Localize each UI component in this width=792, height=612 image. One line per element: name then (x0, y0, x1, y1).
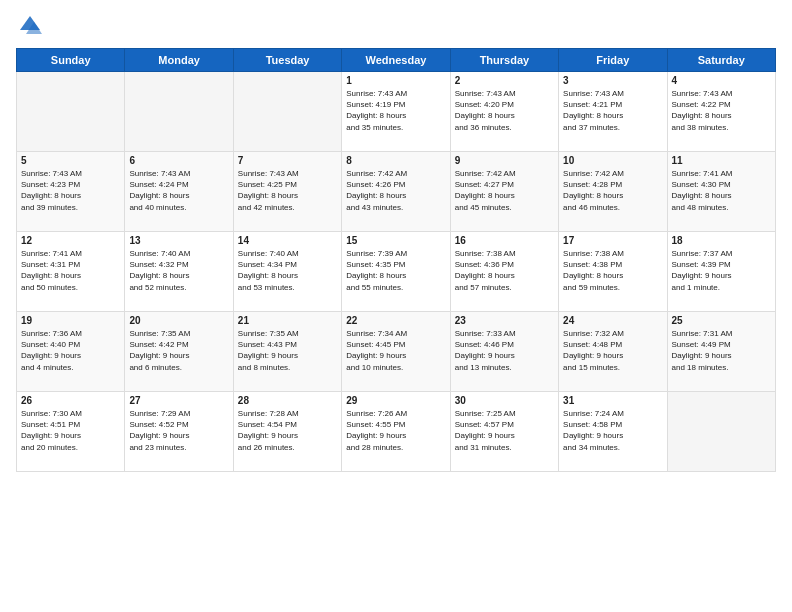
week-row-1: 1Sunrise: 7:43 AM Sunset: 4:19 PM Daylig… (17, 72, 776, 152)
day-header-tuesday: Tuesday (233, 49, 341, 72)
day-header-wednesday: Wednesday (342, 49, 450, 72)
cell-info: Sunrise: 7:33 AM Sunset: 4:46 PM Dayligh… (455, 328, 554, 373)
day-number: 8 (346, 155, 445, 166)
day-number: 13 (129, 235, 228, 246)
calendar-cell: 14Sunrise: 7:40 AM Sunset: 4:34 PM Dayli… (233, 232, 341, 312)
cell-info: Sunrise: 7:32 AM Sunset: 4:48 PM Dayligh… (563, 328, 662, 373)
cell-info: Sunrise: 7:25 AM Sunset: 4:57 PM Dayligh… (455, 408, 554, 453)
calendar-cell: 10Sunrise: 7:42 AM Sunset: 4:28 PM Dayli… (559, 152, 667, 232)
cell-info: Sunrise: 7:37 AM Sunset: 4:39 PM Dayligh… (672, 248, 771, 293)
day-number: 9 (455, 155, 554, 166)
week-row-5: 26Sunrise: 7:30 AM Sunset: 4:51 PM Dayli… (17, 392, 776, 472)
calendar-cell: 15Sunrise: 7:39 AM Sunset: 4:35 PM Dayli… (342, 232, 450, 312)
cell-info: Sunrise: 7:43 AM Sunset: 4:22 PM Dayligh… (672, 88, 771, 133)
day-number: 11 (672, 155, 771, 166)
calendar-cell: 20Sunrise: 7:35 AM Sunset: 4:42 PM Dayli… (125, 312, 233, 392)
day-number: 12 (21, 235, 120, 246)
calendar-cell: 6Sunrise: 7:43 AM Sunset: 4:24 PM Daylig… (125, 152, 233, 232)
calendar-page: SundayMondayTuesdayWednesdayThursdayFrid… (0, 0, 792, 612)
day-number: 24 (563, 315, 662, 326)
calendar-cell: 4Sunrise: 7:43 AM Sunset: 4:22 PM Daylig… (667, 72, 775, 152)
day-header-sunday: Sunday (17, 49, 125, 72)
day-number: 27 (129, 395, 228, 406)
calendar-cell: 19Sunrise: 7:36 AM Sunset: 4:40 PM Dayli… (17, 312, 125, 392)
day-number: 23 (455, 315, 554, 326)
day-number: 4 (672, 75, 771, 86)
calendar-cell: 31Sunrise: 7:24 AM Sunset: 4:58 PM Dayli… (559, 392, 667, 472)
calendar-cell: 26Sunrise: 7:30 AM Sunset: 4:51 PM Dayli… (17, 392, 125, 472)
day-number: 10 (563, 155, 662, 166)
calendar-cell: 5Sunrise: 7:43 AM Sunset: 4:23 PM Daylig… (17, 152, 125, 232)
cell-info: Sunrise: 7:40 AM Sunset: 4:34 PM Dayligh… (238, 248, 337, 293)
cell-info: Sunrise: 7:41 AM Sunset: 4:30 PM Dayligh… (672, 168, 771, 213)
logo-icon (16, 12, 44, 40)
cell-info: Sunrise: 7:28 AM Sunset: 4:54 PM Dayligh… (238, 408, 337, 453)
calendar-cell: 29Sunrise: 7:26 AM Sunset: 4:55 PM Dayli… (342, 392, 450, 472)
day-number: 25 (672, 315, 771, 326)
cell-info: Sunrise: 7:43 AM Sunset: 4:19 PM Dayligh… (346, 88, 445, 133)
cell-info: Sunrise: 7:40 AM Sunset: 4:32 PM Dayligh… (129, 248, 228, 293)
calendar-cell (667, 392, 775, 472)
calendar-cell (233, 72, 341, 152)
day-header-saturday: Saturday (667, 49, 775, 72)
cell-info: Sunrise: 7:43 AM Sunset: 4:23 PM Dayligh… (21, 168, 120, 213)
day-number: 6 (129, 155, 228, 166)
day-number: 18 (672, 235, 771, 246)
cell-info: Sunrise: 7:39 AM Sunset: 4:35 PM Dayligh… (346, 248, 445, 293)
day-number: 26 (21, 395, 120, 406)
calendar-cell: 23Sunrise: 7:33 AM Sunset: 4:46 PM Dayli… (450, 312, 558, 392)
cell-info: Sunrise: 7:43 AM Sunset: 4:20 PM Dayligh… (455, 88, 554, 133)
calendar-cell: 12Sunrise: 7:41 AM Sunset: 4:31 PM Dayli… (17, 232, 125, 312)
logo (16, 12, 48, 40)
calendar-cell: 18Sunrise: 7:37 AM Sunset: 4:39 PM Dayli… (667, 232, 775, 312)
cell-info: Sunrise: 7:31 AM Sunset: 4:49 PM Dayligh… (672, 328, 771, 373)
cell-info: Sunrise: 7:42 AM Sunset: 4:28 PM Dayligh… (563, 168, 662, 213)
calendar-cell: 17Sunrise: 7:38 AM Sunset: 4:38 PM Dayli… (559, 232, 667, 312)
calendar-cell: 7Sunrise: 7:43 AM Sunset: 4:25 PM Daylig… (233, 152, 341, 232)
cell-info: Sunrise: 7:42 AM Sunset: 4:27 PM Dayligh… (455, 168, 554, 213)
cell-info: Sunrise: 7:41 AM Sunset: 4:31 PM Dayligh… (21, 248, 120, 293)
calendar-cell: 13Sunrise: 7:40 AM Sunset: 4:32 PM Dayli… (125, 232, 233, 312)
day-number: 7 (238, 155, 337, 166)
calendar-cell: 22Sunrise: 7:34 AM Sunset: 4:45 PM Dayli… (342, 312, 450, 392)
cell-info: Sunrise: 7:43 AM Sunset: 4:21 PM Dayligh… (563, 88, 662, 133)
calendar-cell: 24Sunrise: 7:32 AM Sunset: 4:48 PM Dayli… (559, 312, 667, 392)
day-number: 17 (563, 235, 662, 246)
days-header-row: SundayMondayTuesdayWednesdayThursdayFrid… (17, 49, 776, 72)
calendar-table: SundayMondayTuesdayWednesdayThursdayFrid… (16, 48, 776, 472)
day-number: 5 (21, 155, 120, 166)
day-number: 31 (563, 395, 662, 406)
day-header-thursday: Thursday (450, 49, 558, 72)
day-number: 15 (346, 235, 445, 246)
day-number: 21 (238, 315, 337, 326)
day-number: 29 (346, 395, 445, 406)
cell-info: Sunrise: 7:34 AM Sunset: 4:45 PM Dayligh… (346, 328, 445, 373)
calendar-cell: 30Sunrise: 7:25 AM Sunset: 4:57 PM Dayli… (450, 392, 558, 472)
cell-info: Sunrise: 7:38 AM Sunset: 4:38 PM Dayligh… (563, 248, 662, 293)
day-number: 20 (129, 315, 228, 326)
calendar-cell: 3Sunrise: 7:43 AM Sunset: 4:21 PM Daylig… (559, 72, 667, 152)
day-number: 16 (455, 235, 554, 246)
cell-info: Sunrise: 7:26 AM Sunset: 4:55 PM Dayligh… (346, 408, 445, 453)
week-row-2: 5Sunrise: 7:43 AM Sunset: 4:23 PM Daylig… (17, 152, 776, 232)
day-number: 1 (346, 75, 445, 86)
calendar-cell: 27Sunrise: 7:29 AM Sunset: 4:52 PM Dayli… (125, 392, 233, 472)
cell-info: Sunrise: 7:35 AM Sunset: 4:43 PM Dayligh… (238, 328, 337, 373)
calendar-cell: 21Sunrise: 7:35 AM Sunset: 4:43 PM Dayli… (233, 312, 341, 392)
calendar-cell (17, 72, 125, 152)
week-row-3: 12Sunrise: 7:41 AM Sunset: 4:31 PM Dayli… (17, 232, 776, 312)
cell-info: Sunrise: 7:42 AM Sunset: 4:26 PM Dayligh… (346, 168, 445, 213)
calendar-cell (125, 72, 233, 152)
day-number: 3 (563, 75, 662, 86)
day-header-monday: Monday (125, 49, 233, 72)
week-row-4: 19Sunrise: 7:36 AM Sunset: 4:40 PM Dayli… (17, 312, 776, 392)
calendar-cell: 2Sunrise: 7:43 AM Sunset: 4:20 PM Daylig… (450, 72, 558, 152)
cell-info: Sunrise: 7:30 AM Sunset: 4:51 PM Dayligh… (21, 408, 120, 453)
cell-info: Sunrise: 7:38 AM Sunset: 4:36 PM Dayligh… (455, 248, 554, 293)
cell-info: Sunrise: 7:36 AM Sunset: 4:40 PM Dayligh… (21, 328, 120, 373)
calendar-cell: 16Sunrise: 7:38 AM Sunset: 4:36 PM Dayli… (450, 232, 558, 312)
calendar-cell: 11Sunrise: 7:41 AM Sunset: 4:30 PM Dayli… (667, 152, 775, 232)
cell-info: Sunrise: 7:24 AM Sunset: 4:58 PM Dayligh… (563, 408, 662, 453)
calendar-cell: 9Sunrise: 7:42 AM Sunset: 4:27 PM Daylig… (450, 152, 558, 232)
calendar-cell: 28Sunrise: 7:28 AM Sunset: 4:54 PM Dayli… (233, 392, 341, 472)
